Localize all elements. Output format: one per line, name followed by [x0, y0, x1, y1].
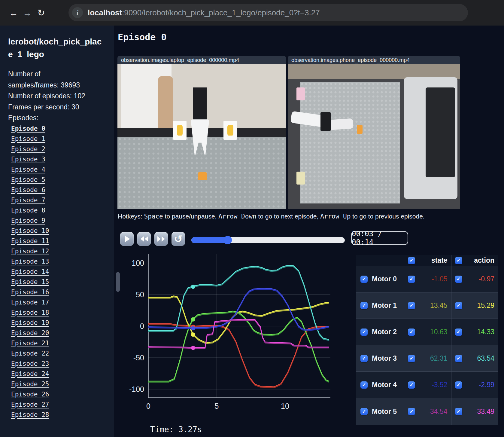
checkbox[interactable]: ✓: [408, 276, 415, 283]
chart-tick-label: Time: 3.27s: [150, 425, 202, 434]
checkbox[interactable]: ✓: [408, 329, 415, 336]
episode-link-episode-2[interactable]: Episode 2: [11, 145, 45, 153]
video-panel-phone: observation.images.phone_episode_000000.…: [288, 56, 460, 209]
checkbox[interactable]: ✓: [408, 355, 415, 362]
episode-link-episode-17[interactable]: Episode 17: [11, 299, 49, 306]
episode-link-episode-25[interactable]: Episode 25: [11, 380, 49, 388]
motor-label-cell: ✓Motor 5: [356, 398, 404, 425]
episode-link-episode-3[interactable]: Episode 3: [11, 156, 45, 163]
checkbox[interactable]: ✓: [455, 329, 462, 336]
motor-name: Motor 4: [372, 381, 397, 389]
time-display: 00:03 / 00:14: [351, 231, 408, 245]
episode-link-episode-20[interactable]: Episode 20: [11, 329, 49, 337]
fast-forward-button[interactable]: [154, 232, 168, 246]
episode-list-item: Episode 11: [8, 236, 114, 246]
episode-list-item: Episode 23: [8, 359, 114, 369]
checkbox[interactable]: ✓: [455, 257, 462, 264]
motor-table: ✓state✓action✓Motor 0✓-1.05✓-0.97✓Motor …: [356, 255, 498, 425]
checkbox[interactable]: ✓: [360, 381, 368, 389]
loop-button[interactable]: ↺: [172, 232, 185, 246]
episode-list-item: Episode 21: [8, 338, 114, 349]
url-bar[interactable]: i localhost:9090/lerobot/koch_pick_place…: [68, 4, 468, 21]
state-value-cell: ✓10.63: [404, 319, 451, 345]
episode-link-episode-28[interactable]: Episode 28: [11, 411, 49, 418]
episode-link-episode-13[interactable]: Episode 13: [11, 258, 49, 265]
current-time-marker: [191, 332, 195, 337]
video-placeholder-keyboard: [426, 87, 455, 177]
episode-link-episode-9[interactable]: Episode 9: [11, 217, 45, 224]
episode-link-episode-15[interactable]: Episode 15: [11, 278, 49, 286]
checkbox[interactable]: ✓: [360, 408, 368, 415]
state-value-cell: ✓-3.52: [404, 372, 451, 398]
episode-link-episode-5[interactable]: Episode 5: [11, 176, 45, 183]
episode-link-episode-18[interactable]: Episode 18: [11, 309, 49, 316]
episodes-label: Episodes:: [8, 112, 114, 124]
motor-name: Motor 5: [372, 408, 397, 416]
back-icon[interactable]: ←: [7, 8, 20, 18]
site-info-icon[interactable]: i: [72, 7, 83, 18]
episode-link-episode-23[interactable]: Episode 23: [11, 360, 49, 367]
seek-slider-thumb[interactable]: [223, 236, 232, 244]
checkbox[interactable]: ✓: [360, 355, 368, 362]
motor-row: ✓Motor 1✓-13.45✓-15.29: [356, 292, 498, 319]
episode-link-episode-19[interactable]: Episode 19: [11, 319, 49, 326]
episode-link-episode-12[interactable]: Episode 12: [11, 248, 49, 255]
checkbox[interactable]: ✓: [408, 408, 415, 415]
episode-list-item: Episode 15: [8, 277, 114, 287]
checkbox[interactable]: ✓: [455, 381, 462, 389]
checkbox[interactable]: ✓: [360, 329, 368, 336]
episode-link-episode-21[interactable]: Episode 21: [11, 340, 49, 347]
episode-list-item: Episode 13: [8, 257, 114, 267]
video-placeholder-lego-block: [198, 172, 207, 180]
chart-tick-label: 10: [281, 402, 289, 410]
motor-row: ✓Motor 4✓-3.52✓-2.99: [356, 372, 498, 398]
episode-list-item: Episode 2: [8, 144, 114, 154]
stat-line: Frames per second: 30: [8, 102, 114, 113]
checkbox[interactable]: ✓: [360, 276, 368, 283]
forward-icon[interactable]: →: [20, 8, 34, 18]
episode-link-episode-1[interactable]: Episode 1: [11, 135, 45, 142]
loop-icon: ↺: [174, 234, 183, 244]
episode-list-item: Episode 4: [8, 165, 114, 175]
episode-link-episode-26[interactable]: Episode 26: [11, 391, 49, 398]
episode-link-episode-7[interactable]: Episode 7: [11, 197, 45, 204]
checkbox[interactable]: ✓: [360, 302, 368, 309]
episode-link-episode-14[interactable]: Episode 14: [11, 268, 49, 275]
chart-tick-label: -100: [129, 385, 144, 393]
current-time-marker: [191, 317, 195, 322]
episode-link-episode-16[interactable]: Episode 16: [11, 289, 49, 296]
url-text: localhost:9090/lerobot/koch_pick_place_1…: [88, 8, 320, 17]
episode-link-episode-6[interactable]: Episode 6: [11, 186, 45, 194]
episode-link-episode-11[interactable]: Episode 11: [11, 237, 49, 245]
checkbox[interactable]: ✓: [408, 381, 415, 389]
stat-line: Number of episodes: 102: [8, 90, 114, 102]
rewind-button[interactable]: [137, 232, 151, 246]
episode-heading: Episode 0: [118, 32, 167, 42]
episode-link-episode-8[interactable]: Episode 8: [11, 207, 45, 214]
episode-list-item: Episode 14: [8, 267, 114, 277]
episode-list-item: Episode 8: [8, 206, 114, 216]
episode-link-episode-27[interactable]: Episode 27: [11, 401, 49, 408]
episode-link-episode-10[interactable]: Episode 10: [11, 227, 49, 234]
episode-link-episode-22[interactable]: Episode 22: [11, 350, 49, 357]
checkbox[interactable]: ✓: [455, 276, 462, 283]
motor-row: ✓Motor 3✓62.31✓63.54: [356, 345, 498, 372]
motor-row: ✓Motor 0✓-1.05✓-0.97: [356, 266, 498, 292]
episode-link-episode-4[interactable]: Episode 4: [11, 166, 45, 173]
checkbox[interactable]: ✓: [408, 302, 415, 309]
reload-icon[interactable]: ↻: [34, 8, 48, 18]
checkbox[interactable]: ✓: [455, 302, 462, 309]
fast-forward-icon: [156, 234, 166, 243]
motor-name: Motor 3: [372, 354, 397, 362]
checkbox[interactable]: ✓: [408, 257, 415, 264]
episode-link-episode-0[interactable]: Episode 0: [11, 125, 45, 132]
seek-slider[interactable]: [191, 237, 345, 243]
checkbox[interactable]: ✓: [455, 355, 462, 362]
episode-link-episode-24[interactable]: Episode 24: [11, 370, 49, 377]
dataset-stats: Number ofsamples/frames: 39693Number of …: [8, 69, 114, 112]
checkbox[interactable]: ✓: [455, 408, 462, 415]
hotkey-key: Arrow Up: [320, 213, 351, 220]
play-button[interactable]: [120, 232, 134, 246]
action-value: -0.97: [479, 275, 494, 283]
episode-list-item: Episode 12: [8, 246, 114, 257]
